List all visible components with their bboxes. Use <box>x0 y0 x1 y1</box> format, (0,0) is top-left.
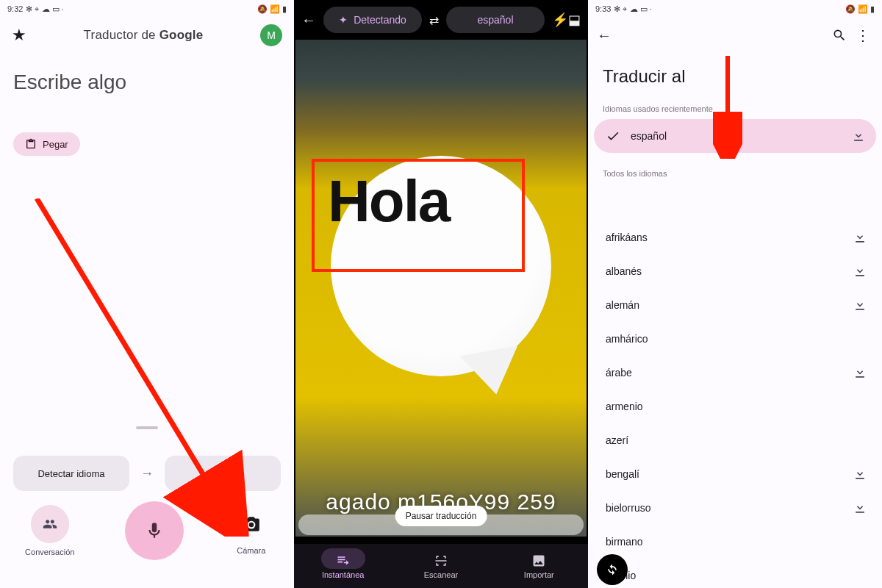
status-right-icons: 🔕 📶 ▮ <box>257 4 287 14</box>
tab-scan-label: Escanear <box>424 570 458 579</box>
language-row[interactable]: armenio <box>588 390 882 423</box>
language-picker-screen: 9:33 ✻ ⌖ ☁ ▭ · 🔕 📶 ▮ ← ⋮ Traducir al Idi… <box>588 0 882 588</box>
status-bar: 9:33 ✻ ⌖ ☁ ▭ · 🔕 📶 ▮ <box>588 0 882 18</box>
sheet-handle[interactable] <box>136 426 158 429</box>
check-icon <box>606 129 620 143</box>
input-placeholder[interactable]: Escribe algo <box>13 71 281 94</box>
star-icon[interactable]: ★ <box>12 26 26 45</box>
source-language-button[interactable]: Detectar idioma <box>13 456 129 491</box>
search-icon[interactable] <box>832 28 847 43</box>
status-left-icons: ✻ ⌖ ☁ ▭ · <box>26 4 63 14</box>
language-name: bielorruso <box>606 502 853 514</box>
microphone-button[interactable] <box>125 501 184 560</box>
language-row[interactable]: alemán <box>588 288 882 322</box>
instant-translate-icon <box>336 553 351 568</box>
language-name: afrikáans <box>606 232 853 243</box>
download-icon[interactable] <box>853 501 867 515</box>
tab-instant[interactable]: Instantánea <box>294 544 392 588</box>
translated-word: Hola <box>328 168 449 235</box>
detect-language-chip[interactable]: ✦ Detectando <box>323 7 422 33</box>
language-row[interactable]: afrikáans <box>588 220 882 254</box>
language-row[interactable]: azerí <box>588 423 882 457</box>
conversation-label: Conversación <box>25 548 74 556</box>
language-row[interactable]: bosnio <box>588 559 882 588</box>
tab-import[interactable]: Importar <box>490 544 588 588</box>
language-name: bengalí <box>606 468 853 480</box>
page-title: Traducir al <box>588 53 882 91</box>
language-name: árabe <box>606 367 853 379</box>
language-row[interactable]: árabe <box>588 356 882 390</box>
status-time: 9:33 <box>595 4 611 13</box>
language-row-selected[interactable]: español <box>594 119 876 153</box>
detect-label: Detectando <box>354 14 406 26</box>
target-language-button[interactable]: español <box>165 456 281 491</box>
camera-translate-screen: ← ✦ Detectando ⇄ español ⚡⬓ Hola agado m… <box>294 0 588 588</box>
status-time: 9:32 <box>7 4 23 13</box>
scan-icon <box>434 553 448 568</box>
status-bar: 9:32 ✻ ⌖ ☁ ▭ · 🔕 📶 ▮ <box>0 0 294 18</box>
image-import-icon <box>531 553 546 568</box>
camera-icon <box>242 514 261 534</box>
tab-instant-label: Instantánea <box>322 570 365 579</box>
camera-viewfinder[interactable] <box>295 40 587 537</box>
language-list[interactable]: afrikáansalbanésalemánamháricoárabearmen… <box>588 220 882 588</box>
language-row[interactable]: bielorruso <box>588 491 882 525</box>
language-name: azerí <box>606 434 867 446</box>
download-icon[interactable] <box>851 129 866 143</box>
language-name: alemán <box>606 299 853 311</box>
account-avatar[interactable]: M <box>260 24 282 46</box>
recent-section-label: Idiomas usados recientemente <box>588 91 882 119</box>
paste-label: Pegar <box>43 139 68 150</box>
swap-languages-button[interactable]: → <box>135 466 159 481</box>
target-language-chip[interactable]: español <box>446 7 545 33</box>
tab-import-label: Importar <box>524 570 554 579</box>
swap-icon[interactable]: ⇄ <box>429 13 439 27</box>
clipboard-icon <box>25 138 37 150</box>
language-row[interactable]: albanés <box>588 254 882 288</box>
camera-button[interactable] <box>234 506 269 542</box>
mic-icon <box>145 521 164 540</box>
app-title: Traductor de Google <box>35 28 251 43</box>
swap-icon <box>605 562 620 577</box>
camera-label: Cámara <box>237 546 265 555</box>
download-icon[interactable] <box>853 230 867 245</box>
people-icon <box>43 517 57 531</box>
language-name: armenio <box>606 401 867 412</box>
conversation-button[interactable] <box>31 505 69 543</box>
swap-fab[interactable] <box>597 554 628 585</box>
pause-translation-button[interactable]: Pausar traducción <box>395 506 487 526</box>
download-icon[interactable] <box>853 467 867 481</box>
translate-home-screen: 9:32 ✻ ⌖ ☁ ▭ · 🔕 📶 ▮ ★ Traductor de Goog… <box>0 0 294 588</box>
language-row[interactable]: bengalí <box>588 457 882 491</box>
sparkle-icon: ✦ <box>339 14 348 26</box>
paste-button[interactable]: Pegar <box>13 132 80 156</box>
status-left-icons: ✻ ⌖ ☁ ▭ · <box>614 4 651 14</box>
download-icon[interactable] <box>853 264 867 279</box>
more-icon[interactable]: ⋮ <box>853 26 873 44</box>
language-name: bosnio <box>606 570 867 581</box>
language-name: español <box>631 130 851 142</box>
flash-off-icon[interactable]: ⚡⬓ <box>552 12 581 28</box>
all-section-label: Todos los idiomas <box>588 153 882 184</box>
language-name: amhárico <box>606 333 867 345</box>
tab-scan[interactable]: Escanear <box>392 544 490 588</box>
language-row[interactable]: birmano <box>588 525 882 559</box>
status-right-icons: 🔕 📶 ▮ <box>845 4 875 14</box>
language-name: albanés <box>606 265 853 277</box>
back-icon[interactable]: ← <box>597 27 612 44</box>
back-icon[interactable]: ← <box>301 12 316 29</box>
language-name: birmano <box>606 536 867 548</box>
language-row[interactable]: amhárico <box>588 322 882 356</box>
download-icon[interactable] <box>853 365 867 380</box>
download-icon[interactable] <box>853 298 867 312</box>
